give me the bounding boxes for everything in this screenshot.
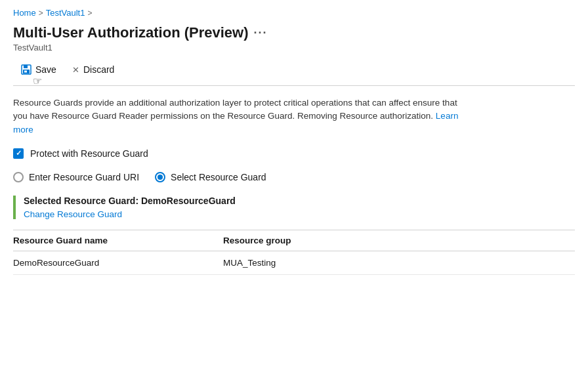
radio-option-select[interactable]: Select Resource Guard: [155, 172, 266, 182]
save-icon: [21, 64, 32, 75]
toolbar: Save ✕ Discard ☞: [13, 60, 575, 86]
breadcrumb-sep2: >: [87, 9, 92, 18]
protect-checkbox-row[interactable]: ✓ Protect with Resource Guard: [13, 148, 575, 159]
breadcrumb-vault[interactable]: TestVault1: [46, 8, 85, 18]
protect-checkbox-label: Protect with Resource Guard: [30, 148, 148, 159]
description-text: Resource Guards provide an additional au…: [13, 98, 457, 121]
radio-select-label: Select Resource Guard: [171, 172, 266, 182]
svg-rect-1: [24, 65, 28, 68]
radio-select-outer[interactable]: [155, 172, 165, 182]
discard-button[interactable]: ✕ Discard: [64, 60, 122, 79]
page-title-row: Multi-User Authorization (Preview) ···: [13, 24, 575, 41]
save-label: Save: [35, 64, 56, 75]
guard-group-cell: MUA_Testing: [223, 258, 575, 268]
radio-options-row: Enter Resource Guard URI Select Resource…: [13, 172, 575, 182]
resource-guard-table: Resource Guard name Resource group DemoR…: [13, 230, 575, 275]
page-container: Home > TestVault1 > Multi-User Authoriza…: [0, 0, 588, 376]
protect-checkbox[interactable]: ✓: [13, 148, 24, 159]
radio-option-uri[interactable]: Enter Resource Guard URI: [13, 172, 139, 182]
breadcrumb-sep1: >: [39, 9, 43, 18]
more-options-icon[interactable]: ···: [254, 26, 268, 40]
radio-uri-label: Enter Resource Guard URI: [29, 172, 139, 182]
discard-icon: ✕: [72, 65, 79, 75]
radio-uri-outer[interactable]: [13, 172, 24, 182]
col1-header: Resource Guard name: [13, 236, 223, 245]
save-button[interactable]: Save: [13, 60, 64, 79]
col2-header: Resource group: [223, 236, 575, 245]
change-resource-guard-link[interactable]: Change Resource Guard: [24, 209, 122, 219]
table-row: DemoResourceGuard MUA_Testing: [13, 251, 575, 275]
vault-subtitle: TestVault1: [13, 43, 575, 52]
selected-guard-title: Selected Resource Guard: DemoResourceGua…: [24, 196, 575, 206]
table-header-row: Resource Guard name Resource group: [13, 230, 575, 251]
description-section: Resource Guards provide an additional au…: [13, 96, 472, 136]
selected-guard-section: Selected Resource Guard: DemoResourceGua…: [13, 196, 575, 219]
check-mark-icon: ✓: [16, 150, 22, 157]
guard-name-cell: DemoResourceGuard: [13, 258, 223, 268]
breadcrumb: Home > TestVault1 >: [13, 8, 575, 18]
page-title: Multi-User Authorization (Preview): [13, 24, 249, 41]
breadcrumb-home[interactable]: Home: [13, 8, 36, 18]
svg-rect-3: [24, 71, 27, 73]
radio-select-inner: [158, 175, 163, 180]
discard-label: Discard: [83, 64, 114, 75]
